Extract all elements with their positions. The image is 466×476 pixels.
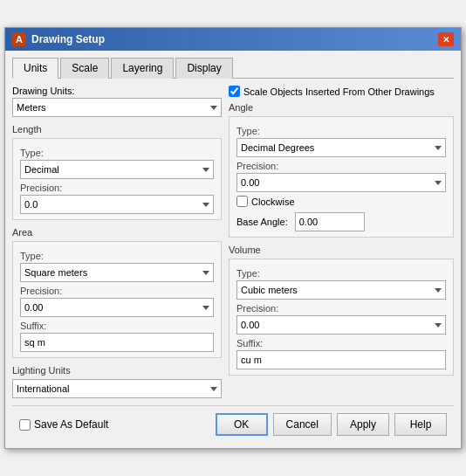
drawing-setup-dialog: A Drawing Setup ✕ Units Scale Layering D…	[4, 27, 462, 449]
lighting-units-select[interactable]: International American	[12, 379, 222, 398]
content-area: Drawing Units: Meters Feet Inches Length…	[12, 86, 454, 398]
footer-buttons: OK Cancel Apply Help	[216, 413, 447, 436]
drawing-units-label: Drawing Units:	[12, 86, 222, 96]
app-icon: A	[12, 32, 26, 46]
angle-precision-label: Precision:	[236, 161, 446, 171]
length-type-label: Type:	[20, 148, 214, 158]
volume-precision-label: Precision:	[236, 303, 446, 314]
left-panel: Drawing Units: Meters Feet Inches Length…	[12, 86, 222, 398]
area-precision-label: Precision:	[20, 286, 214, 296]
clockwise-checkbox[interactable]	[236, 196, 248, 207]
base-angle-label: Base Angle:	[236, 217, 288, 227]
length-type-select[interactable]: Decimal Architectural Engineering	[20, 160, 214, 179]
ok-button[interactable]: OK	[216, 413, 268, 436]
save-default-label: Save As Default	[34, 418, 108, 431]
dialog-title: Drawing Setup	[31, 33, 105, 45]
length-precision-select[interactable]: 0.0 0 0.00	[20, 195, 214, 214]
lighting-units-label: Lighting Units	[12, 365, 222, 376]
volume-precision-select[interactable]: 0.00 0 0.0	[236, 315, 446, 335]
area-suffix-label: Suffix:	[20, 321, 214, 331]
tab-units[interactable]: Units	[12, 58, 58, 79]
tab-scale[interactable]: Scale	[60, 58, 109, 79]
clockwise-label: Clockwise	[251, 197, 295, 207]
close-button[interactable]: ✕	[438, 32, 454, 46]
angle-type-select[interactable]: Decimal Degrees Deg/Min/Sec Gradians Rad…	[236, 138, 446, 157]
tab-display[interactable]: Display	[175, 58, 232, 79]
scale-check-row: Scale Objects Inserted From Other Drawin…	[229, 86, 454, 97]
scale-checkbox[interactable]	[229, 86, 240, 97]
area-precision-select[interactable]: 0.00 0 0.0	[20, 298, 214, 317]
volume-suffix-input[interactable]: cu m	[236, 350, 446, 369]
length-precision-label: Precision:	[20, 183, 214, 193]
clockwise-row: Clockwise	[236, 196, 446, 207]
area-section-title: Area	[12, 227, 222, 238]
base-angle-row: Base Angle: 0.00	[236, 212, 446, 231]
volume-type-select[interactable]: Cubic meters Cubic feet	[236, 280, 446, 300]
angle-precision-select[interactable]: 0.00 0 0.0	[236, 173, 446, 192]
area-type-label: Type:	[20, 251, 214, 261]
volume-suffix-label: Suffix:	[236, 338, 446, 348]
volume-section-title: Volume	[229, 245, 454, 255]
dialog-footer: Save As Default OK Cancel Apply Help	[12, 405, 454, 441]
help-button[interactable]: Help	[394, 413, 447, 436]
length-section-title: Length	[12, 124, 222, 135]
angle-type-label: Type:	[236, 126, 446, 136]
cancel-button[interactable]: Cancel	[273, 413, 332, 436]
save-default-checkbox[interactable]	[19, 419, 31, 431]
right-panel: Scale Objects Inserted From Other Drawin…	[229, 86, 454, 398]
angle-section-title: Angle	[229, 102, 454, 113]
svg-text:A: A	[16, 34, 23, 45]
apply-button[interactable]: Apply	[337, 413, 389, 436]
drawing-units-select[interactable]: Meters Feet Inches	[12, 98, 222, 117]
volume-type-label: Type:	[236, 268, 446, 279]
tab-bar: Units Scale Layering Display	[12, 58, 454, 79]
area-suffix-input[interactable]: sq m	[20, 333, 214, 352]
footer-left: Save As Default	[19, 418, 108, 431]
area-type-select[interactable]: Square meters Square feet	[20, 263, 214, 282]
tab-layering[interactable]: Layering	[111, 58, 174, 79]
base-angle-input[interactable]: 0.00	[295, 212, 365, 231]
title-bar: A Drawing Setup ✕	[5, 28, 461, 51]
scale-checkbox-label: Scale Objects Inserted From Other Drawin…	[243, 86, 435, 97]
